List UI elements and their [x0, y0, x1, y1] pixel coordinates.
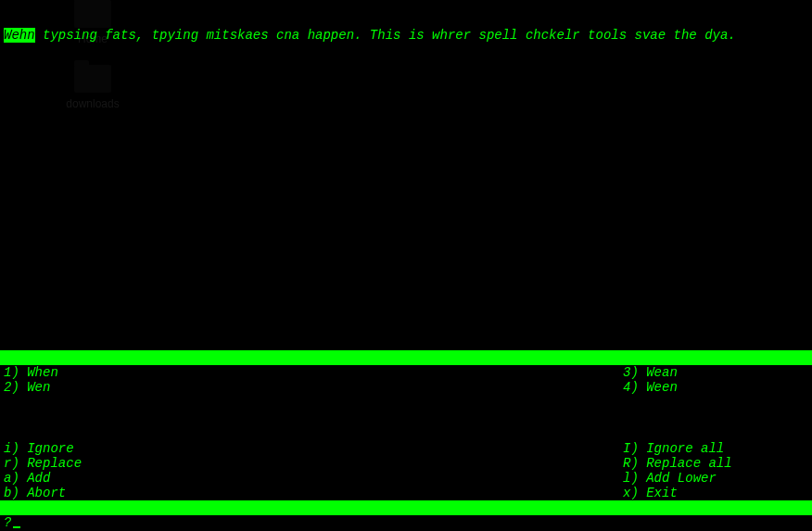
text-line: Wehn typsing fats, tpying mitskaes cna h…: [0, 28, 812, 43]
separator-bar: [0, 500, 812, 515]
command-replace-all[interactable]: R) Replace all: [623, 456, 808, 471]
command-add[interactable]: a) Add: [4, 471, 623, 486]
prompt-line[interactable]: ?: [0, 515, 812, 530]
separator-bar: [0, 350, 812, 365]
command-add-lower[interactable]: l) Add Lower: [623, 471, 808, 486]
suggestion-item[interactable]: 4) Ween: [623, 380, 808, 395]
misspelled-word-highlight: Wehn: [4, 28, 35, 43]
command-ignore-all[interactable]: I) Ignore all: [623, 441, 808, 456]
command-abort[interactable]: b) Abort: [4, 486, 623, 500]
text-content: typsing fats, tpying mitskaes cna happen…: [35, 28, 736, 43]
suggestion-item[interactable]: 1) When: [4, 365, 623, 380]
prompt-symbol: ?: [4, 515, 11, 530]
commands-section: i) Ignore I) Ignore all r) Replace R) Re…: [0, 441, 812, 515]
command-exit[interactable]: x) Exit: [623, 486, 808, 500]
suggestion-item[interactable]: 2) Wen: [4, 380, 623, 395]
cursor: [13, 526, 20, 528]
terminal-window: Wehn typsing fats, tpying mitskaes cna h…: [0, 0, 812, 531]
suggestion-item[interactable]: 3) Wean: [623, 365, 808, 380]
command-replace[interactable]: r) Replace: [4, 456, 623, 471]
suggestions-section: 1) When 3) Wean 2) Wen 4) Ween: [0, 350, 812, 395]
text-content-area: Wehn typsing fats, tpying mitskaes cna h…: [0, 0, 812, 43]
command-ignore[interactable]: i) Ignore: [4, 441, 623, 456]
